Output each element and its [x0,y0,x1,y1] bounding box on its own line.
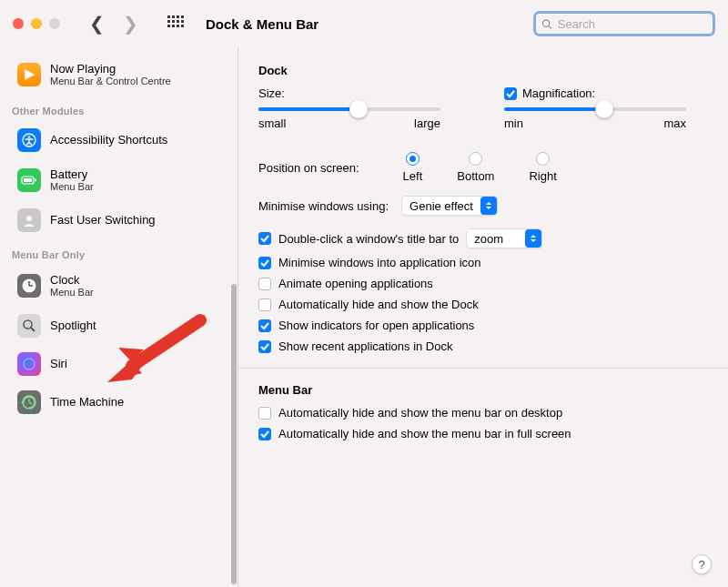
clock-icon [17,274,41,298]
opt-recent-apps-checkbox[interactable] [258,340,271,353]
magnification-slider[interactable] [504,107,686,111]
select-caret-icon [480,197,497,215]
size-slider[interactable] [258,107,440,111]
doubleclick-checkbox[interactable] [258,232,271,245]
size-max-label: large [414,116,440,130]
sidebar-item-label: Fast User Switching [50,213,156,228]
magnification-checkbox[interactable] [504,87,517,100]
search-input[interactable] [558,17,707,31]
spotlight-icon [17,314,41,338]
siri-icon [17,352,41,376]
size-slider-block: Size: small large [258,86,440,130]
sidebar-item-sub: Menu Bar [50,287,94,299]
search-field[interactable] [533,11,715,36]
sidebar-item-label: Time Machine [50,395,124,410]
sidebar-item-fast-user-switching[interactable]: Fast User Switching [8,202,232,238]
minimise-using-select[interactable]: Genie effect [401,196,498,216]
window-controls [13,18,60,29]
section-divider [238,368,728,369]
sidebar-item-clock[interactable]: Clock Menu Bar [8,266,232,306]
sidebar-item-label: Battery [50,167,94,182]
position-bottom-label: Bottom [457,169,494,183]
sidebar-item-label: Now Playing [50,62,171,76]
mag-max-label: max [663,116,686,130]
svg-point-0 [542,20,549,26]
svg-rect-7 [24,178,32,182]
content-pane: Dock Size: small large Magnification: [238,47,728,587]
position-right-label: Right [529,169,556,183]
forward-button[interactable]: ❯ [123,15,138,33]
user-icon [17,208,41,232]
sidebar-item-time-machine[interactable]: Time Machine [8,384,232,420]
opt-autohide-dock-checkbox[interactable] [258,299,271,311]
sidebar-item-label: Accessibility Shortcuts [50,133,167,147]
sidebar-section-menubar-only: Menu Bar Only [3,240,238,264]
maximize-button[interactable] [49,18,60,29]
position-right-radio[interactable] [536,152,550,166]
opt-label: Automatically hide and show the Dock [278,298,479,311]
mag-min-label: min [504,116,523,130]
sidebar-item-label: Spotlight [50,319,96,333]
opt-label: Show recent applications in Dock [278,339,453,353]
opt-label: Animate opening applications [278,277,433,290]
svg-line-18 [29,402,32,404]
menubar-autohide-fullscreen-checkbox[interactable] [258,428,271,440]
battery-icon [17,168,41,192]
opt-label: Minimise windows into application icon [278,256,481,269]
svg-line-1 [549,25,551,28]
opt-indicators-checkbox[interactable] [258,319,271,332]
position-label: Position on screen: [258,161,359,175]
svg-point-8 [26,216,32,221]
sidebar-scrollbar[interactable] [231,284,237,584]
position-bottom-radio[interactable] [469,152,482,166]
sidebar-item-label: Clock [50,273,94,288]
magnification-label: Magnification: [522,86,595,100]
main-split: Now Playing Menu Bar & Control Centre Ot… [0,47,728,587]
svg-marker-2 [25,69,35,80]
doubleclick-label: Double-click a window's title bar to [278,232,459,246]
menubar-section-title: Menu Bar [258,383,708,397]
minimise-using-value: Genie effect [410,199,473,213]
svg-point-14 [24,359,35,369]
time-machine-icon [17,390,41,414]
show-all-icon[interactable] [167,15,184,32]
sidebar-item-siri[interactable]: Siri [8,346,232,382]
accessibility-icon [17,128,41,152]
search-icon [541,18,552,30]
doubleclick-value: zoom [474,232,518,246]
opt-animate-checkbox[interactable] [258,278,271,290]
now-playing-icon [17,63,41,86]
close-button[interactable] [13,18,24,29]
opt-label: Automatically hide and show the menu bar… [278,427,571,440]
position-radio-group: Left Bottom Right [403,152,557,183]
sidebar-item-spotlight[interactable]: Spotlight [8,308,232,344]
window-title: Dock & Menu Bar [206,16,318,32]
sidebar-item-label: Siri [50,357,67,371]
opt-label: Automatically hide and show the menu bar… [278,406,562,420]
select-caret-icon [525,229,541,248]
sidebar-item-accessibility-shortcuts[interactable]: Accessibility Shortcuts [8,122,232,158]
help-button[interactable]: ? [692,554,712,574]
doubleclick-select[interactable]: zoom [466,228,542,248]
position-left-radio[interactable] [406,152,420,166]
sidebar-item-battery[interactable]: Battery Menu Bar [8,160,232,200]
size-min-label: small [258,116,286,130]
svg-point-4 [28,136,31,138]
opt-label: Show indicators for open applications [278,319,474,332]
sidebar-item-sub: Menu Bar & Control Centre [50,76,171,87]
opt-minimise-into-icon-checkbox[interactable] [258,257,271,269]
sidebar-section-other-modules: Other Modules [3,96,238,120]
menubar-autohide-desktop-checkbox[interactable] [258,407,271,420]
minimize-button[interactable] [31,18,42,29]
minimise-using-label: Minimise windows using: [258,199,389,213]
sidebar-item-now-playing[interactable]: Now Playing Menu Bar & Control Centre [8,55,232,95]
nav-arrows: ❮ ❯ [89,15,138,33]
titlebar: ❮ ❯ Dock & Menu Bar [0,0,728,47]
magnification-slider-block: Magnification: min max [504,86,686,130]
back-button[interactable]: ❮ [89,15,105,33]
svg-line-13 [31,328,35,331]
position-left-label: Left [403,169,423,183]
dock-section-title: Dock [258,64,708,77]
size-label: Size: [258,86,285,100]
sidebar-item-sub: Menu Bar [50,181,94,193]
